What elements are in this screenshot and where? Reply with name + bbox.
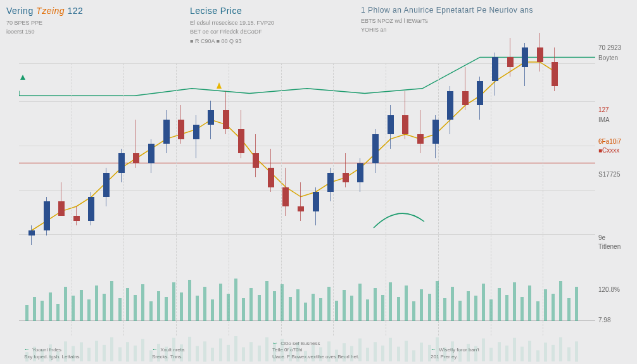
y-axis-label: 9e <box>598 234 633 241</box>
volume-bar-reflection <box>289 347 292 361</box>
volume-bar <box>203 287 206 321</box>
volume-bar-reflection <box>412 350 415 361</box>
candle <box>357 158 363 192</box>
candle <box>372 129 379 172</box>
volume-bar-reflection <box>552 345 555 361</box>
volume-bar-reflection <box>203 341 206 361</box>
volume-bar-reflection <box>350 346 353 361</box>
volume-bar <box>149 301 153 321</box>
header2-sub2: BET oe cor Friedck dECoDF <box>190 28 274 36</box>
volume-bar-reflection <box>281 339 284 361</box>
header3-title: 1 Phlow an Anuirice Epnetatart Pe Neurio… <box>361 5 533 16</box>
volume-bar-reflection <box>249 342 253 361</box>
volume-bar <box>49 292 52 321</box>
candle <box>432 115 439 158</box>
volume-bar-reflection <box>64 341 67 361</box>
volume-bar <box>420 289 423 321</box>
volume-bar <box>103 294 106 321</box>
volume-bar-reflection <box>498 342 501 361</box>
volume-bar-reflection <box>258 346 261 361</box>
candle <box>477 77 483 120</box>
volume-bar <box>227 294 230 321</box>
volume-bar-reflection <box>358 339 362 361</box>
volume-bar-reflection <box>467 344 470 361</box>
candle <box>58 182 65 211</box>
volume-bar <box>196 296 199 321</box>
y-axis-label: Titlenen <box>598 243 633 250</box>
footer-note-3: ✓ Ci0o sef Busness Tetle 0f o70hi Uace. … <box>272 341 359 360</box>
volume-bar-reflection <box>49 344 52 361</box>
y-axis-label: ■Cxxxx <box>598 147 633 154</box>
volume-bar-reflection <box>513 338 516 361</box>
volume-bar <box>443 298 446 321</box>
candle <box>343 153 349 187</box>
volume-bar <box>544 289 547 321</box>
volume-bar <box>489 299 493 321</box>
volume-bar-reflection <box>428 345 431 361</box>
volume-bar-reflection <box>80 342 83 361</box>
candle <box>327 168 334 201</box>
volume-bar-reflection <box>366 348 369 361</box>
volume-bar-reflection <box>265 337 268 361</box>
volume-bar-reflection <box>304 351 307 361</box>
volume-bar-reflection <box>157 344 160 361</box>
volume-bar-reflection <box>458 349 462 361</box>
y-axis-label: 7.98 <box>598 317 633 323</box>
grid-line <box>72 63 72 336</box>
y-axis-label: 6Fa10i7 <box>598 138 633 145</box>
grid-line <box>491 63 491 336</box>
header1-title-c: 122 <box>68 6 84 16</box>
volume-bar <box>552 294 555 321</box>
header1-title-b: Tzeing <box>36 6 65 16</box>
candle <box>507 38 514 77</box>
header-block-2: Lecise Price El edsul rresecisce 19.15. … <box>190 5 274 45</box>
volume-bar <box>536 301 539 321</box>
grid-line <box>19 101 595 102</box>
volume-bar-reflection <box>327 341 331 361</box>
volume-bar-reflection <box>528 341 531 361</box>
volume-bar <box>498 288 501 321</box>
y-axis-label: 70 2923 <box>598 44 633 51</box>
volume-bar-reflection <box>405 341 408 361</box>
header2-sub1: El edsul rresecisce 19.15. FVP20 <box>190 19 274 27</box>
volume-bar-reflection <box>41 349 44 361</box>
arrow-up-icon <box>217 82 222 89</box>
volume-bar <box>559 281 562 321</box>
header1-sub2: iooerst 150 <box>6 28 83 36</box>
grid-line <box>19 234 595 235</box>
grid-line <box>386 63 386 336</box>
volume-bar <box>405 286 408 321</box>
volume-bar <box>528 286 531 321</box>
volume-bar-reflection <box>110 337 113 361</box>
volume-bar <box>505 295 508 321</box>
candle <box>28 225 35 244</box>
volume-bar <box>412 301 415 321</box>
volume-bar-reflection <box>234 336 237 361</box>
candle <box>552 47 558 91</box>
candle <box>462 67 469 110</box>
volume-bar-reflection <box>567 348 571 361</box>
volume-bar <box>458 301 462 321</box>
volume-bar <box>350 296 353 321</box>
volume-bar <box>64 287 67 321</box>
candle <box>522 43 528 86</box>
volume-bar <box>428 294 431 321</box>
volume-bar-reflection <box>335 349 338 361</box>
candle <box>133 120 139 168</box>
volume-bar-reflection <box>443 348 446 361</box>
candle <box>313 187 319 226</box>
candle <box>402 91 408 139</box>
volume-bar <box>172 282 175 321</box>
volume-bar <box>219 284 222 321</box>
volume-bar <box>374 288 377 321</box>
volume-bar <box>234 279 237 321</box>
volume-bar-reflection <box>489 348 493 361</box>
volume-bar <box>335 301 338 321</box>
volume-bar-reflection <box>505 346 508 361</box>
volume-bar <box>451 287 454 321</box>
volume-bar <box>296 289 300 321</box>
header3-sub2: YOHIS an <box>361 26 533 34</box>
volume-bar <box>474 296 477 321</box>
y-axis-label: Boyten <box>598 54 633 61</box>
volume-bar-reflection <box>188 337 191 361</box>
